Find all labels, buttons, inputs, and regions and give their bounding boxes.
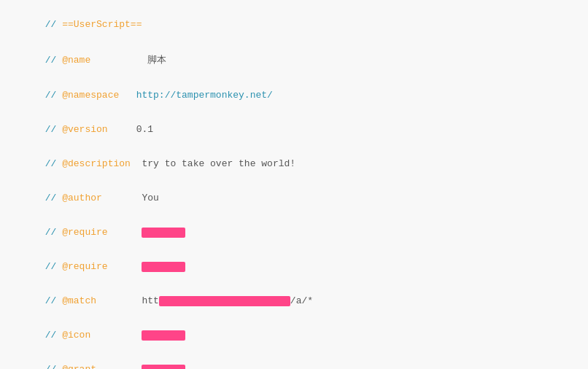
line-content-2: // @name 脚本 [4,42,166,77]
comment-delim: // [45,295,62,306]
line-content-6: // @author You [4,182,159,214]
line-content-8: // @require [4,250,185,283]
code-line-8: // @require [0,249,588,284]
line-content-10: // @icon [4,319,185,351]
tag-name: @name [62,55,90,66]
redacted-icon [142,330,185,341]
tag-require-2: @require [62,261,107,272]
tag-author: @author [62,193,102,203]
comment-delim: // [45,364,62,369]
tag-require-1: @require [62,227,107,238]
code-editor: // ==UserScript== // @name 脚本 // @namesp… [0,0,588,369]
line-content-1: // ==UserScript== [4,8,142,41]
code-line-3: // @namespace http://tampermonkey.net/ [0,78,588,112]
redacted-match [159,296,290,306]
value-require-1-space [108,227,142,238]
code-line-9: // @match htt /a/* [0,284,588,318]
value-name: 脚本 [90,55,166,66]
line-content-3: // @namespace http://tampermonkey.net/ [4,79,273,112]
value-namespace-url: http://tampermonkey.net/ [136,90,273,101]
value-grant-1-space [96,364,142,369]
value-namespace [119,90,136,101]
comment-delim: // [45,55,62,66]
comment-delim: // [45,90,62,101]
value-author: You [102,193,159,203]
code-line-7: // @require [0,215,588,249]
value-match-suffix: /a/* [290,295,313,306]
comment-delim: // [45,158,62,169]
line-content-7: // @require [4,216,185,249]
value-description: try to take over the world! [131,158,295,169]
redacted-require-1 [142,228,185,238]
userscript-open: ==UserScript== [62,19,142,30]
redacted-grant [142,365,185,369]
comment-delim: // [45,330,62,341]
comment-delim: // [45,19,62,30]
comment-delim: // [45,261,62,272]
tag-match: @match [62,295,96,306]
tag-icon: @icon [62,330,90,341]
code-line-10: // @icon [0,318,588,352]
value-version: 0.1 [108,124,153,135]
comment-delim: // [45,124,62,135]
code-line-2: // @name 脚本 [0,42,588,78]
line-content-5: // @description try to take over the wor… [4,147,295,180]
comment-delim: // [45,227,62,238]
value-require-2-space [108,261,142,272]
code-line-1: // ==UserScript== [0,7,588,42]
tag-version: @version [62,124,107,135]
code-line-11: // @grant [0,352,588,369]
tag-grant-1: @grant [62,364,96,369]
value-match-space: htt [96,295,159,306]
tag-namespace: @namespace [62,90,119,101]
line-content-9: // @match htt /a/* [4,284,313,317]
line-content-4: // @version 0.1 [4,113,153,146]
code-line-4: // @version 0.1 [0,112,588,147]
code-line-6: // @author You [0,181,588,215]
value-icon-space [90,330,142,341]
line-content-11: // @grant [4,353,185,369]
redacted-require-2 [142,262,185,272]
comment-delim: // [45,193,62,203]
code-line-5: // @description try to take over the wor… [0,147,588,181]
tag-description: @description [62,158,131,169]
